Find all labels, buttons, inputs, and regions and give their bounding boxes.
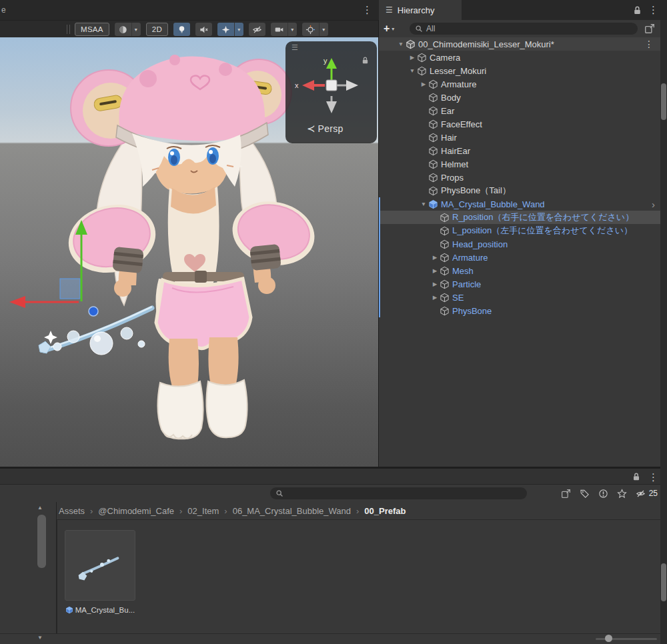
item-menu-icon[interactable]: ⋮ [644,39,660,49]
2d-toggle-label: 2D [150,25,164,33]
hierarchy-item-hairear[interactable]: HairEar [379,144,660,157]
x-axis-label: x [295,81,299,89]
project-asset-grid[interactable]: MA_Crystal_Bu... [57,520,660,633]
hierarchy-item-camera[interactable]: ▶Camera [379,51,660,64]
gizmo-menu-icon[interactable]: ☰ [291,43,298,52]
search-by-type-icon[interactable] [561,489,571,499]
search-icon [275,489,283,497]
move-tool-gizmo[interactable] [9,220,98,316]
add-gameobject-button[interactable]: + ▾ [384,22,394,35]
hierarchy-item-ma-crystal-bubble-wand[interactable]: ▼MA_Crystal_Bubble_Wand› [379,197,660,211]
breadcrumb-separator-icon: › [179,506,182,516]
chevron-down-icon[interactable]: ▾ [287,23,293,36]
hierarchy-item-head-position[interactable]: Head_position [379,237,660,251]
shading-mode-button[interactable]: ▾ [115,23,141,36]
perspective-toggle[interactable]: ≺ Persp [307,123,344,135]
gameobject-cube-icon [440,239,450,249]
foldout-closed-icon[interactable]: ▶ [430,267,440,274]
panel-divider-vertical[interactable] [378,20,379,467]
project-lock-icon[interactable] [632,472,640,481]
lighting-toggle[interactable] [173,23,190,36]
foldout-closed-icon[interactable]: ▶ [430,294,440,301]
foldout-closed-icon[interactable]: ▶ [430,281,440,287]
hierarchy-item-label: MA_Crystal_Bubble_Wand [438,199,545,209]
hierarchy-item-physbone[interactable]: PhysBone [379,304,660,317]
scene-tab-partial[interactable]: e [1,5,6,15]
hierarchy-item-armature[interactable]: ▶Armature [379,77,660,91]
hierarchy-item-ear[interactable]: Ear [379,104,660,117]
hidden-count-eye-icon[interactable] [636,489,646,499]
hierarchy-item-armature[interactable]: ▶Armature [379,251,660,264]
breadcrumb-item[interactable]: @Chimodemi_Cafe [98,506,174,516]
breadcrumb-item[interactable]: 06_MA_Crystal_Bubble_Wand [233,506,351,516]
project-bottom-bar [0,633,667,644]
hierarchy-search-input[interactable]: All [410,23,638,35]
search-by-label-icon[interactable] [580,489,590,499]
effects-toggle[interactable]: ▾ [217,23,243,36]
hierarchy-item-props[interactable]: Props [379,171,660,184]
hierarchy-item-se[interactable]: ▶SE [379,291,660,304]
open-search-window-icon[interactable] [644,23,655,34]
gizmos-button[interactable]: ▾ [302,23,328,36]
foldout-open-icon[interactable]: ▼ [419,201,428,207]
scrollbar-thumb[interactable] [661,563,666,601]
thumbnail-size-slider-knob[interactable] [605,635,612,642]
gameobject-cube-icon [440,253,450,263]
breadcrumb-item[interactable]: 02_Item [187,506,219,516]
audio-mute-toggle[interactable] [195,23,212,36]
foldout-open-icon[interactable]: ▼ [396,41,406,47]
breadcrumb-item[interactable]: Assets [59,506,85,516]
y-axis-handle [326,58,337,69]
lock-icon[interactable] [633,5,642,15]
scrollbar-thumb[interactable] [661,83,666,120]
hierarchy-item-hair[interactable]: Hair [379,131,660,144]
hierarchy-item-00-chimodemisiki-lesser-mokuri[interactable]: ▼00_Chimodemisiki_Lesser_Mokuri*⋮ [379,37,660,51]
scroll-up-icon[interactable]: ▲ [37,505,43,511]
hierarchy-menu-icon[interactable]: ⋮ [648,5,658,15]
right-scrollbar[interactable] [660,20,667,644]
scroll-down-icon[interactable]: ▼ [37,635,43,641]
gameobject-cube-icon [440,213,450,223]
alert-icon[interactable] [598,489,608,499]
breadcrumb-item[interactable]: 00_Prefab [364,506,406,516]
chevron-down-icon[interactable]: ▾ [131,23,137,36]
chevron-down-icon[interactable]: ▾ [319,23,325,36]
hierarchy-item-mesh[interactable]: ▶Mesh [379,264,660,277]
camera-settings-button[interactable]: ▾ [271,23,297,36]
project-folder-pane[interactable] [0,502,57,633]
chevron-down-icon[interactable]: ▾ [234,23,240,36]
hierarchy-item-faceeffect[interactable]: FaceEffect [379,117,660,131]
hierarchy-item-l-position[interactable]: L_position（左手に位置を合わせてください） [379,224,660,237]
prefab-open-chevron-icon[interactable]: › [652,199,660,209]
hierarchy-item-physbone-tail[interactable]: PhysBone（Tail） [379,184,660,197]
axis-gizmo[interactable]: y x [294,55,368,116]
hidden-count-label: 25 [649,489,658,498]
scene-menu-icon[interactable]: ⋮ [362,5,372,15]
scene-visibility-toggle[interactable] [249,23,265,36]
asset-label[interactable]: MA_Crystal_Bu... [61,606,139,614]
tab-hierarchy[interactable]: ☰ Hierarchy [379,0,462,20]
orientation-gizmo[interactable]: ☰ y x ≺ Persp [285,41,377,143]
prefab-cube-icon [65,606,73,614]
hierarchy-item-particle[interactable]: ▶Particle [379,277,660,291]
msaa-button[interactable]: MSAA [75,23,109,36]
2d-toggle[interactable]: 2D [146,23,168,36]
search-icon [415,25,423,33]
toolbar-separator [67,25,67,34]
favorite-search-icon[interactable] [617,489,627,499]
hierarchy-item-helmet[interactable]: Helmet [379,157,660,171]
project-menu-icon[interactable]: ⋮ [648,472,658,482]
foldout-closed-icon[interactable]: ▶ [430,254,440,261]
vertical-scrollbar-thumb[interactable] [37,515,46,568]
z-axis-handle [346,80,358,91]
asset-thumbnail[interactable] [65,530,135,601]
project-search-input[interactable] [270,487,527,499]
hierarchy-item-r-position[interactable]: R_position（右手に位置を合わせてください） [379,211,660,224]
hierarchy-item-lesser-mokuri[interactable]: ▼Lesser_Mokuri [379,64,660,77]
hierarchy-item-label: Hair [438,133,457,143]
scene-view[interactable]: ☰ y x ≺ Persp [0,37,378,467]
hierarchy-item-body[interactable]: Body [379,91,660,104]
foldout-closed-icon[interactable]: ▶ [419,81,428,87]
foldout-open-icon[interactable]: ▼ [408,67,417,74]
foldout-closed-icon[interactable]: ▶ [408,54,417,61]
